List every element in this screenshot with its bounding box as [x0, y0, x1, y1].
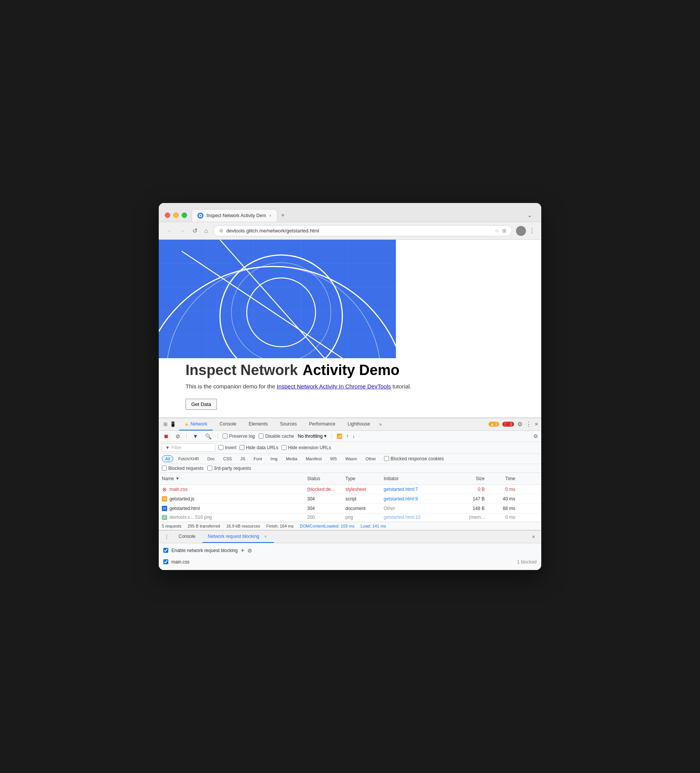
tab-elements[interactable]: Elements: [243, 418, 273, 431]
row-initiator-cell: getstarted.html:10: [380, 513, 457, 522]
tutorial-link[interactable]: Inspect Network Activity In Chrome DevTo…: [277, 383, 390, 390]
disable-cache-label[interactable]: Disable cache: [259, 434, 294, 439]
bookmark-icon[interactable]: ☆: [494, 228, 499, 234]
type-filter-fetchxhr[interactable]: Fetch/XHR: [175, 455, 203, 462]
toolbar-separator-2: [217, 433, 218, 439]
disable-cache-checkbox[interactable]: [259, 434, 264, 439]
preserve-log-label[interactable]: Preserve log: [222, 434, 255, 439]
invert-label[interactable]: Invert: [218, 445, 236, 451]
clear-button[interactable]: ⊘: [174, 433, 182, 440]
table-row[interactable]: ⊗ main.css (blocked:de... stylesheet get…: [159, 485, 541, 494]
type-filter-media[interactable]: Media: [282, 455, 301, 462]
type-filter-css[interactable]: CSS: [220, 455, 236, 462]
error-badge: 🚩 1: [502, 422, 514, 427]
bottom-panel-menu-icon[interactable]: ⋮: [162, 531, 172, 543]
browser-toolbar: ⋮: [516, 226, 535, 236]
elements-panel-icon[interactable]: ⊞: [163, 421, 168, 427]
tab-lighthouse[interactable]: Lighthouse: [343, 418, 376, 431]
device-toolbar-icon[interactable]: 📱: [170, 421, 176, 427]
tab-favicon: [198, 212, 204, 219]
close-button[interactable]: [165, 212, 170, 218]
blocked-requests-checkbox[interactable]: [162, 465, 167, 470]
new-tab-button[interactable]: +: [278, 209, 288, 222]
extension-icon[interactable]: ⊞: [502, 228, 506, 234]
type-filter-all[interactable]: All: [162, 455, 173, 462]
hide-data-urls-label[interactable]: Hide data URLs: [239, 445, 278, 451]
throttle-control[interactable]: No throttling ▼: [298, 434, 328, 439]
blocking-item-checkbox[interactable]: [163, 559, 168, 564]
type-filter-ws[interactable]: WS: [327, 455, 341, 462]
back-button[interactable]: ←: [165, 226, 174, 236]
tab-expand-button[interactable]: ⌄: [524, 208, 535, 222]
record-button[interactable]: ⏹: [162, 433, 170, 440]
col-name-header[interactable]: Name ▼: [159, 474, 304, 483]
toolbar-separator: [186, 433, 187, 439]
svg-point-1: [200, 215, 201, 216]
blocked-requests-label[interactable]: Blocked requests: [162, 465, 204, 471]
clear-patterns-button[interactable]: ⊘: [247, 548, 252, 554]
import-icon[interactable]: ↑: [346, 434, 349, 439]
forward-button[interactable]: →: [178, 226, 187, 236]
enable-blocking-row: Enable network request blocking + ⊘: [163, 547, 537, 554]
hide-extension-urls-checkbox[interactable]: [282, 445, 287, 450]
tab-console-bottom[interactable]: Console: [173, 531, 201, 543]
transferred-size: 295 B transferred: [188, 524, 220, 528]
blocked-cookies-checkbox[interactable]: [384, 456, 389, 461]
enable-blocking-checkbox[interactable]: [163, 548, 168, 553]
tab-network-request-blocking[interactable]: Network request blocking ×: [203, 531, 274, 543]
heading-part2: Activity Demo: [303, 362, 399, 378]
network-settings-button[interactable]: ⚙: [533, 433, 538, 439]
reload-button[interactable]: ↺: [191, 225, 199, 236]
export-icon[interactable]: ↓: [352, 434, 354, 439]
filter-funnel-icon: ▼: [165, 445, 170, 451]
row-name-cell: ⊗ main.css: [159, 485, 304, 494]
devtools-panel: ⊞ 📱 ▲ Network Console Elements Sources P…: [159, 418, 541, 570]
enable-blocking-label: Enable network request blocking: [171, 548, 237, 553]
hide-extension-urls-label[interactable]: Hide extension URLs: [282, 445, 331, 451]
tab-blocking-close-button[interactable]: ×: [263, 534, 268, 539]
signal-icon[interactable]: 📶: [337, 434, 343, 439]
maximize-button[interactable]: [182, 212, 187, 218]
third-party-label[interactable]: 3rd-party requests: [208, 465, 251, 471]
type-filter-img[interactable]: Img: [267, 455, 281, 462]
invert-checkbox[interactable]: [218, 445, 223, 450]
add-pattern-button[interactable]: +: [240, 547, 244, 554]
heading-area: Inspect Network Activity Demo: [159, 358, 541, 378]
filter-button[interactable]: ▼: [191, 433, 200, 440]
search-button[interactable]: 🔍: [204, 433, 213, 440]
table-row[interactable]: H getstarted.html 304 document Other 148…: [159, 504, 541, 513]
type-filter-font[interactable]: Font: [250, 455, 265, 462]
type-filter-doc[interactable]: Doc: [204, 455, 218, 462]
home-button[interactable]: ⌂: [203, 226, 210, 236]
active-tab[interactable]: Inspect Network Activity Dem ×: [192, 209, 277, 222]
type-filter-row: All Fetch/XHR Doc CSS JS Font Img Media …: [159, 454, 541, 464]
more-options-icon[interactable]: ⋮: [529, 227, 535, 234]
bottom-panel-close-button[interactable]: ×: [529, 531, 538, 543]
blocked-cookies-label[interactable]: Blocked response cookies: [384, 456, 444, 461]
more-tabs-button[interactable]: »: [377, 419, 384, 430]
tab-close-button[interactable]: ×: [269, 213, 271, 218]
devtools-settings-icon[interactable]: ⚙: [517, 421, 522, 428]
get-data-button[interactable]: Get Data: [186, 399, 217, 410]
type-filter-js[interactable]: JS: [237, 455, 249, 462]
devtools-actions: ▲ 1 🚩 1 ⚙ ⋮ ×: [489, 421, 538, 428]
third-party-checkbox[interactable]: [208, 465, 212, 470]
devtools-more-icon[interactable]: ⋮: [525, 421, 532, 428]
type-filter-other[interactable]: Other: [362, 455, 379, 462]
blocking-item-name: main.css: [171, 559, 514, 565]
address-input[interactable]: ⚙ devtools.glitch.me/network/getstarted.…: [213, 225, 512, 236]
tab-performance[interactable]: Performance: [304, 418, 341, 431]
minimize-button[interactable]: [173, 212, 179, 218]
preserve-log-checkbox[interactable]: [222, 434, 227, 439]
tab-network[interactable]: ▲ Network: [179, 418, 212, 431]
profile-icon[interactable]: [516, 226, 526, 236]
filter-input-wrapper[interactable]: ▼ Filter: [162, 444, 215, 452]
table-row[interactable]: P devtools.c... 510 png 200 png getstart…: [159, 513, 541, 522]
type-filter-manifest[interactable]: Manifest: [302, 455, 325, 462]
tab-sources[interactable]: Sources: [275, 418, 302, 431]
type-filter-wasm[interactable]: Wasm: [342, 455, 361, 462]
hide-data-urls-checkbox[interactable]: [239, 445, 244, 450]
table-row[interactable]: JS getstarted.js 304 script getstarted.h…: [159, 494, 541, 504]
devtools-close-icon[interactable]: ×: [535, 421, 538, 428]
tab-console[interactable]: Console: [214, 418, 242, 431]
